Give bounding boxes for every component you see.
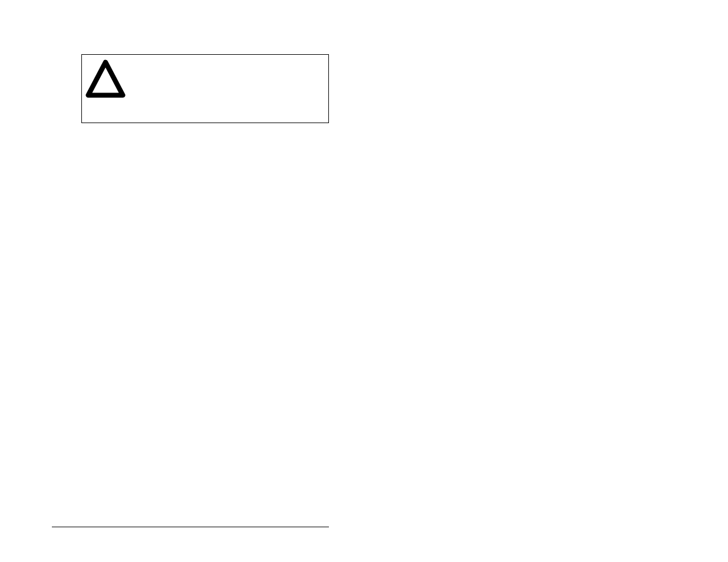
triangle-icon: [85, 59, 126, 100]
horizontal-rule: [52, 527, 329, 527]
